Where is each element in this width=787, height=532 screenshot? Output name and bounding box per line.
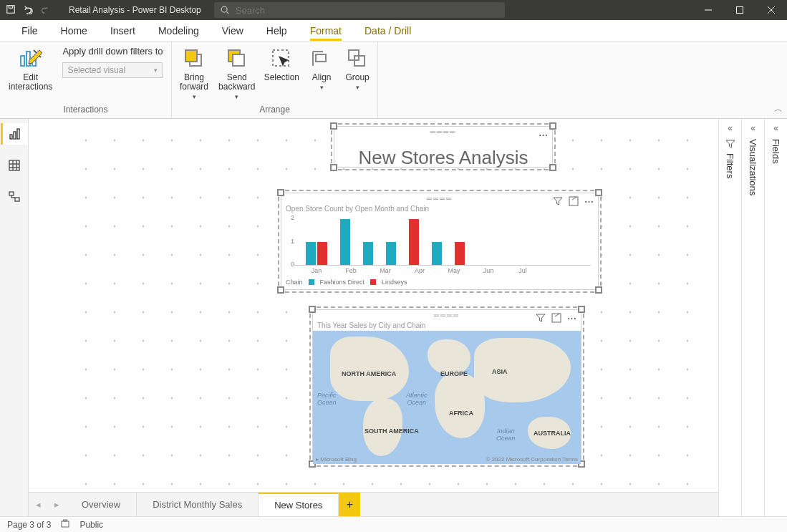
resize-handle[interactable] xyxy=(330,164,337,171)
visual-options-icon[interactable]: ⋯ xyxy=(584,196,594,208)
visual-options-icon[interactable]: ⋯ xyxy=(567,313,576,325)
edit-interactions-label: Edit interactions xyxy=(9,73,52,92)
bar xyxy=(455,242,465,265)
report-view-button[interactable] xyxy=(1,123,28,145)
map-label-au: AUSTRALIA xyxy=(533,430,571,437)
menu-view[interactable]: View xyxy=(211,20,255,41)
align-icon xyxy=(309,46,334,72)
drag-handle-icon[interactable]: ════ xyxy=(427,195,453,203)
search-box[interactable] xyxy=(214,2,505,18)
sensitivity-icon xyxy=(61,519,69,530)
group-label-arrange: Arrange xyxy=(178,104,372,118)
bar xyxy=(432,242,442,265)
selection-button[interactable]: Selection xyxy=(263,44,300,84)
group-label: Group xyxy=(345,73,369,82)
ribbon-group-arrange: Bring forward ▾ Send backward ▾ Selectio… xyxy=(172,42,378,118)
resize-handle[interactable] xyxy=(549,164,556,171)
group-button[interactable]: Group ▾ xyxy=(343,44,372,92)
resize-handle[interactable] xyxy=(277,286,284,294)
focus-mode-icon[interactable] xyxy=(569,196,579,208)
svg-rect-20 xyxy=(15,198,19,201)
page-next-button[interactable]: ▸ xyxy=(47,493,66,516)
filters-pane-collapsed[interactable]: « Filters xyxy=(718,119,741,516)
menu-file[interactable]: File xyxy=(10,20,49,41)
map-body: NORTH AMERICA SOUTH AMERICA EUROPE AFRIC… xyxy=(313,331,581,464)
svg-rect-0 xyxy=(7,5,15,13)
redo-icon[interactable] xyxy=(40,4,50,16)
add-page-button[interactable]: + xyxy=(339,493,360,516)
search-input[interactable] xyxy=(236,5,499,16)
map-label-as: ASIA xyxy=(492,368,508,375)
maximize-button[interactable] xyxy=(724,0,755,20)
minimize-button[interactable] xyxy=(692,0,724,20)
window-title: Retail Analysis - Power BI Desktop xyxy=(69,5,201,15)
undo-icon[interactable] xyxy=(23,4,33,16)
page-status: Page 3 of 3 xyxy=(7,520,51,530)
chevron-down-icon: ▾ xyxy=(193,93,196,100)
send-backward-button[interactable]: Send backward ▾ xyxy=(218,44,256,102)
apply-drilldown-label: Apply drill down filters to xyxy=(62,46,163,57)
selection-icon xyxy=(269,46,294,72)
menu-insert[interactable]: Insert xyxy=(99,20,147,41)
drag-handle-icon[interactable]: ════ xyxy=(434,311,460,319)
close-button[interactable] xyxy=(755,0,787,20)
bar-group xyxy=(409,219,419,265)
selected-visual-value: Selected visual xyxy=(67,65,125,75)
menu-modeling[interactable]: Modeling xyxy=(147,20,211,41)
filter-icon[interactable] xyxy=(536,313,546,325)
visualizations-pane-label: Visualizations xyxy=(748,139,758,195)
model-view-button[interactable] xyxy=(1,186,28,208)
bar-chart-visual[interactable]: ════ ⋯ Open Store Count by Open Month an… xyxy=(281,193,599,290)
data-view-button[interactable] xyxy=(1,155,28,176)
menu-format[interactable]: Format xyxy=(299,20,353,41)
page-prev-button[interactable]: ◂ xyxy=(29,493,47,516)
visual-options-icon[interactable]: ⋯ xyxy=(539,130,548,140)
align-button[interactable]: Align ▾ xyxy=(307,44,336,92)
bar xyxy=(363,242,373,265)
chevron-down-icon: ▾ xyxy=(320,84,324,91)
svg-rect-21 xyxy=(569,197,578,205)
menu-bar: File Home Insert Modeling View Help Form… xyxy=(0,20,787,42)
bring-forward-button[interactable]: Bring forward ▾ xyxy=(178,44,211,102)
sensitivity-label: Public xyxy=(79,520,103,530)
map-visual[interactable]: ════ ⋯ This Year Sales by City and Chain xyxy=(312,309,581,464)
menu-home[interactable]: Home xyxy=(49,20,99,41)
chevron-left-icon: « xyxy=(750,123,755,133)
svg-rect-16 xyxy=(14,132,16,139)
save-icon[interactable] xyxy=(6,4,16,16)
title-bar: Retail Analysis - Power BI Desktop xyxy=(0,0,787,20)
group-icon xyxy=(344,46,370,72)
fields-pane-collapsed[interactable]: « Fields xyxy=(764,119,787,516)
bar-group xyxy=(363,242,373,265)
selected-visual-dropdown[interactable]: Selected visual ▾ xyxy=(62,62,163,78)
menu-help[interactable]: Help xyxy=(255,20,299,41)
map-label-na: NORTH AMERICA xyxy=(342,370,396,377)
svg-rect-8 xyxy=(185,50,197,62)
filter-icon[interactable] xyxy=(553,196,563,208)
resize-handle[interactable] xyxy=(595,286,602,294)
chevron-left-icon: « xyxy=(728,123,733,133)
title-visual[interactable]: ════ ⋯ New Stores Analysis xyxy=(334,126,553,168)
bar-group xyxy=(340,219,350,265)
bar-group xyxy=(306,242,327,265)
drag-handle-icon[interactable]: ════ xyxy=(430,128,456,136)
fields-pane-label: Fields xyxy=(771,139,781,164)
filter-icon xyxy=(725,139,735,149)
report-canvas[interactable]: ════ ⋯ New Stores Analysis ════ ⋯ Open S… xyxy=(29,119,718,492)
ribbon-group-interactions: Edit interactions Apply drill down filte… xyxy=(0,42,172,118)
page-tab-new-stores[interactable]: New Stores xyxy=(259,493,339,516)
svg-rect-10 xyxy=(233,54,244,66)
chevron-down-icon: ▾ xyxy=(154,67,158,74)
svg-point-2 xyxy=(221,6,227,12)
svg-rect-18 xyxy=(9,160,19,170)
svg-rect-23 xyxy=(62,521,69,527)
page-tab-district[interactable]: District Monthly Sales xyxy=(137,493,259,516)
visualizations-pane-collapsed[interactable]: « Visualizations xyxy=(741,119,764,516)
edit-interactions-button[interactable]: Edit interactions xyxy=(6,44,55,93)
focus-mode-icon[interactable] xyxy=(551,313,561,325)
map-label-sa: SOUTH AMERICA xyxy=(364,427,419,435)
page-tab-overview[interactable]: Overview xyxy=(66,493,137,516)
group-label-interactions: Interactions xyxy=(6,104,165,118)
ribbon-collapse-button[interactable]: ︿ xyxy=(774,103,783,115)
menu-data-drill[interactable]: Data / Drill xyxy=(353,20,423,41)
